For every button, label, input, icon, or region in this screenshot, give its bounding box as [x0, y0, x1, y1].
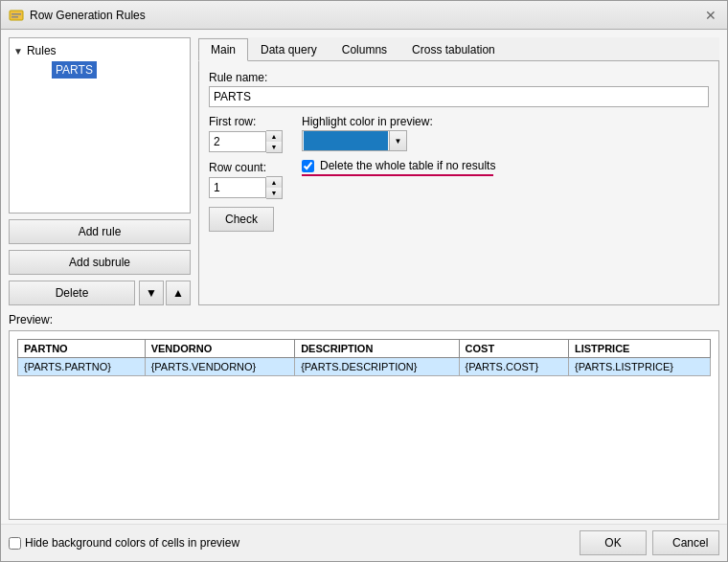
- row-count-input[interactable]: [209, 177, 266, 198]
- cell-cost: {PARTS.COST}: [459, 358, 568, 376]
- move-down-button[interactable]: ▼: [139, 281, 164, 305]
- move-up-button[interactable]: ▲: [166, 281, 191, 305]
- add-rule-button[interactable]: Add rule: [9, 219, 191, 244]
- arrow-buttons: ▼ ▲: [139, 281, 191, 305]
- check-button[interactable]: Check: [209, 207, 274, 232]
- footer: Hide background colors of cells in previ…: [1, 524, 727, 561]
- highlight-color-label: Highlight color in preview:: [302, 115, 495, 128]
- window-icon: [9, 8, 24, 23]
- row-count-label: Row count:: [209, 161, 283, 174]
- cell-description: {PARTS.DESCRIPTION}: [295, 358, 459, 376]
- cancel-button[interactable]: Cancel: [652, 530, 719, 555]
- delete-table-checkbox[interactable]: [302, 160, 314, 172]
- tab-columns[interactable]: Columns: [330, 38, 399, 61]
- svg-rect-0: [10, 11, 23, 20]
- svg-rect-2: [11, 16, 18, 18]
- main-window: Row Generation Rules ✕ ▼ Rules PARTS Add…: [0, 0, 728, 562]
- tab-bar: Main Data query Columns Cross tabulation: [198, 37, 719, 61]
- color-dropdown-button[interactable]: ▼: [389, 131, 406, 150]
- first-row-spinner-buttons: ▲ ▼: [266, 130, 283, 153]
- tab-data-query[interactable]: Data query: [248, 38, 330, 61]
- tab-content-main: Rule name: First row: ▲ ▼: [198, 61, 719, 305]
- two-col-row: First row: ▲ ▼ Row count:: [209, 115, 709, 199]
- right-panel: Main Data query Columns Cross tabulation…: [198, 37, 719, 305]
- col-header-description: DESCRIPTION: [295, 340, 459, 358]
- window-title: Row Generation Rules: [30, 9, 702, 22]
- add-subrule-button[interactable]: Add subrule: [9, 250, 191, 275]
- cell-partno: {PARTS.PARTNO}: [18, 358, 146, 376]
- col-header-vendorno: VENDORNO: [145, 340, 295, 358]
- content-area: ▼ Rules PARTS Add rule Add subrule Delet…: [1, 30, 727, 313]
- rule-name-field: Rule name:: [209, 71, 709, 107]
- row-count-up-button[interactable]: ▲: [266, 177, 282, 188]
- first-row-field: First row: ▲ ▼: [209, 115, 283, 153]
- col-header-partno: PARTNO: [18, 340, 146, 358]
- tree-root-label: Rules: [27, 44, 57, 57]
- footer-checkbox-row: Hide background colors of cells in previ…: [9, 536, 572, 550]
- hide-bg-label: Hide background colors of cells in previ…: [25, 536, 239, 550]
- color-swatch: [304, 131, 388, 150]
- delete-button[interactable]: Delete: [9, 281, 135, 305]
- color-picker[interactable]: ▼: [302, 130, 407, 151]
- tree-child-parts[interactable]: PARTS: [52, 61, 97, 79]
- tab-main[interactable]: Main: [198, 38, 248, 61]
- footer-buttons: OK Cancel: [580, 530, 719, 555]
- preview-table: PARTNO VENDORNO DESCRIPTION COST LISTPRI…: [17, 339, 711, 376]
- divider-line: [302, 174, 493, 176]
- delete-table-checkbox-row: Delete the whole table if no results: [302, 159, 495, 172]
- preview-area: PARTNO VENDORNO DESCRIPTION COST LISTPRI…: [9, 330, 719, 520]
- first-row-up-button[interactable]: ▲: [266, 131, 282, 142]
- first-row-input[interactable]: [209, 131, 266, 152]
- row-count-spinner-buttons: ▲ ▼: [266, 176, 283, 199]
- first-row-label: First row:: [209, 115, 283, 128]
- table-row: {PARTS.PARTNO} {PARTS.VENDORNO} {PARTS.D…: [18, 358, 711, 376]
- preview-section: Preview: PARTNO VENDORNO DESCRIPTION COS…: [9, 313, 719, 520]
- col-header-cost: COST: [459, 340, 568, 358]
- ok-button[interactable]: OK: [580, 530, 647, 555]
- bottom-buttons: Delete ▼ ▲: [9, 281, 191, 305]
- highlight-color-section: Highlight color in preview: ▼: [302, 115, 495, 151]
- tree-root[interactable]: ▼ Rules: [13, 42, 186, 59]
- row-count-down-button[interactable]: ▼: [266, 188, 282, 198]
- hide-bg-checkbox[interactable]: [9, 537, 21, 550]
- preview-header-row: PARTNO VENDORNO DESCRIPTION COST LISTPRI…: [18, 340, 711, 358]
- cell-listprice: {PARTS.LISTPRICE}: [568, 358, 710, 376]
- cell-vendorno: {PARTS.VENDORNO}: [145, 358, 295, 376]
- tree-area[interactable]: ▼ Rules PARTS: [9, 37, 191, 214]
- svg-rect-1: [11, 13, 21, 15]
- col-header-listprice: LISTPRICE: [568, 340, 710, 358]
- down-arrow-icon: ▼: [146, 286, 157, 300]
- delete-table-label: Delete the whole table if no results: [320, 159, 495, 172]
- row-count-spinner: ▲ ▼: [209, 176, 283, 199]
- first-row-spinner: ▲ ▼: [209, 130, 283, 153]
- rule-name-label: Rule name:: [209, 71, 709, 84]
- tree-expand-icon: ▼: [13, 46, 23, 56]
- up-arrow-icon: ▲: [172, 286, 184, 300]
- preview-label: Preview:: [9, 313, 719, 326]
- tab-cross-tabulation[interactable]: Cross tabulation: [399, 38, 508, 61]
- row-count-field: Row count: ▲ ▼: [209, 161, 283, 199]
- close-button[interactable]: ✕: [702, 7, 719, 24]
- first-row-down-button[interactable]: ▼: [266, 142, 282, 152]
- check-button-row: Check: [209, 207, 709, 232]
- title-bar: Row Generation Rules ✕: [1, 1, 727, 30]
- rule-name-input[interactable]: [209, 86, 709, 107]
- left-panel: ▼ Rules PARTS Add rule Add subrule Delet…: [9, 37, 191, 305]
